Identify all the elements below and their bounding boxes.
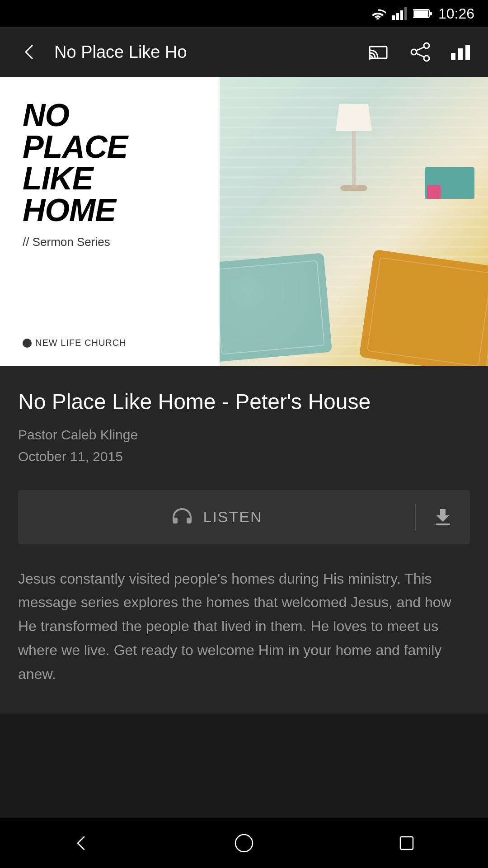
svg-rect-3 bbox=[404, 7, 407, 20]
sermon-date: October 11, 2015 bbox=[18, 446, 470, 467]
bottom-nav bbox=[0, 818, 488, 868]
decorative-box bbox=[425, 167, 474, 199]
pillows bbox=[220, 240, 488, 366]
cover-church: NEW LIFE CHURCH bbox=[23, 338, 127, 348]
top-actions bbox=[366, 38, 474, 66]
svg-rect-2 bbox=[400, 10, 403, 20]
stats-button[interactable] bbox=[447, 38, 474, 66]
svg-rect-0 bbox=[392, 15, 395, 20]
status-icons: 10:26 bbox=[370, 5, 474, 22]
svg-rect-6 bbox=[414, 10, 428, 17]
svg-rect-17 bbox=[436, 524, 450, 525]
nav-recent-button[interactable] bbox=[389, 825, 425, 861]
cast-button[interactable] bbox=[366, 38, 393, 66]
svg-point-9 bbox=[424, 43, 429, 48]
sermon-meta: Pastor Caleb Klinge October 11, 2015 bbox=[18, 424, 470, 467]
headphones-icon bbox=[170, 505, 194, 529]
svg-point-8 bbox=[369, 57, 371, 60]
svg-rect-5 bbox=[430, 12, 432, 15]
room-photo bbox=[220, 77, 488, 366]
status-time: 10:26 bbox=[438, 5, 474, 22]
page-title: No Place Like Ho bbox=[54, 42, 357, 62]
church-logo bbox=[23, 339, 32, 348]
svg-rect-1 bbox=[396, 13, 399, 20]
svg-rect-16 bbox=[465, 45, 470, 60]
signal-icon bbox=[392, 7, 407, 20]
nav-home-button[interactable] bbox=[226, 825, 262, 861]
svg-point-11 bbox=[424, 56, 429, 61]
sermon-description: Jesus constantly visited people's homes … bbox=[18, 567, 470, 686]
listen-label: LISTEN bbox=[203, 508, 262, 526]
listen-section: LISTEN bbox=[18, 490, 470, 544]
svg-line-13 bbox=[416, 53, 424, 57]
cover-title: NO PLACE LIKE HOME bbox=[23, 99, 127, 226]
cover-subtitle: // Sermon Series bbox=[23, 235, 110, 249]
content-area: No Place Like Home - Peter's House Pasto… bbox=[0, 366, 488, 713]
nav-back-button[interactable] bbox=[63, 825, 99, 861]
room-lamp bbox=[336, 104, 372, 191]
church-name: NEW LIFE CHURCH bbox=[35, 338, 127, 348]
pillow-teal bbox=[220, 253, 332, 362]
wifi-icon bbox=[370, 7, 386, 20]
svg-rect-19 bbox=[400, 837, 413, 849]
pillow-yellow bbox=[359, 250, 488, 366]
back-button[interactable] bbox=[14, 36, 45, 68]
listen-button[interactable]: LISTEN bbox=[18, 490, 415, 544]
status-bar: 10:26 bbox=[0, 0, 488, 27]
pastor-name: Pastor Caleb Klinge bbox=[18, 424, 470, 446]
battery-icon bbox=[413, 8, 432, 19]
download-icon bbox=[432, 506, 454, 528]
share-button[interactable] bbox=[407, 38, 434, 66]
svg-point-10 bbox=[411, 49, 417, 55]
svg-rect-15 bbox=[458, 48, 463, 60]
svg-line-12 bbox=[416, 47, 424, 51]
hero-image: NO PLACE LIKE HOME // Sermon Series NEW … bbox=[0, 77, 488, 366]
svg-point-18 bbox=[235, 835, 253, 852]
sermon-cover: NO PLACE LIKE HOME // Sermon Series NEW … bbox=[0, 77, 220, 366]
svg-rect-14 bbox=[451, 53, 455, 60]
top-bar: No Place Like Ho bbox=[0, 27, 488, 77]
download-button[interactable] bbox=[416, 490, 470, 544]
sermon-title: No Place Like Home - Peter's House bbox=[18, 389, 470, 415]
